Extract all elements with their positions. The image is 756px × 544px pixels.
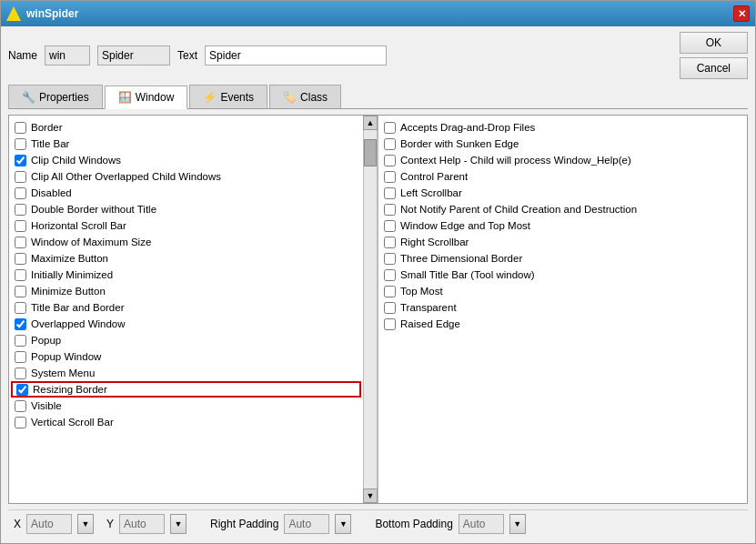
bottom-padding-label: Bottom Padding	[375, 518, 452, 530]
list-item: Clip Child Windows	[11, 152, 361, 168]
bottom-padding-dropdown-btn[interactable]: ▼	[509, 514, 526, 534]
name-input-1[interactable]	[45, 45, 90, 65]
resizing-border-checkbox[interactable]	[16, 384, 28, 396]
border-label: Border	[31, 122, 63, 133]
right-padding-input[interactable]	[284, 514, 329, 534]
app-icon	[6, 6, 21, 21]
title-border-label: Title Bar and Border	[31, 302, 124, 313]
action-buttons: OK Cancel	[680, 32, 748, 79]
clip-all-label: Clip All Other Overlapped Child Windows	[31, 171, 221, 182]
context-help-checkbox[interactable]	[384, 155, 396, 166]
raised-edge-label: Raised Edge	[400, 318, 460, 329]
clip-all-checkbox[interactable]	[15, 171, 26, 183]
scroll-down-btn[interactable]: ▼	[363, 489, 378, 503]
class-icon: 🏷️	[283, 91, 297, 104]
content-area: Name Text OK Cancel 🔧 Properties 🪟 Windo…	[1, 26, 755, 543]
double-border-checkbox[interactable]	[15, 204, 26, 216]
sunken-edge-checkbox[interactable]	[384, 138, 396, 150]
bottom-padding-input[interactable]	[459, 514, 504, 534]
right-panel: Accepts Drag-and-Drop Files Border with …	[378, 116, 747, 503]
list-item: Transparent	[380, 299, 745, 316]
popup-checkbox[interactable]	[15, 335, 26, 347]
list-item: Control Parent	[380, 168, 745, 185]
horiz-scroll-checkbox[interactable]	[15, 220, 26, 232]
top-most-checkbox[interactable]	[384, 286, 396, 297]
list-item: Accepts Drag-and-Drop Files	[380, 119, 745, 136]
title-bar: winSpider ✕	[1, 1, 755, 26]
right-padding-label: Right Padding	[210, 518, 278, 530]
x-dropdown-btn[interactable]: ▼	[77, 514, 94, 534]
header-row: Name Text OK Cancel	[8, 32, 748, 79]
tab-events[interactable]: ⚡ Events	[189, 85, 267, 108]
cancel-button[interactable]: Cancel	[680, 57, 748, 79]
left-scrollbar-checkbox[interactable]	[384, 187, 396, 199]
list-item: Right Scrollbar	[380, 234, 745, 250]
transparent-label: Transparent	[400, 302, 457, 313]
window-title: winSpider	[26, 7, 728, 20]
right-padding-dropdown-btn[interactable]: ▼	[335, 514, 351, 534]
overlapped-checkbox[interactable]	[15, 318, 26, 330]
clip-child-label: Clip Child Windows	[31, 155, 121, 166]
events-icon: ⚡	[203, 91, 217, 104]
control-parent-checkbox[interactable]	[384, 171, 396, 183]
tabs-row: 🔧 Properties 🪟 Window ⚡ Events 🏷️ Class	[8, 85, 748, 109]
list-item: Not Notify Parent of Child Creation and …	[380, 201, 745, 217]
three-d-checkbox[interactable]	[384, 253, 396, 265]
overlapped-label: Overlapped Window	[31, 318, 126, 329]
border-checkbox[interactable]	[15, 122, 26, 134]
left-scrollbar[interactable]: ▲ ▼	[363, 116, 378, 503]
right-scrollbar-label: Right Scrollbar	[400, 237, 469, 247]
close-button[interactable]: ✕	[733, 5, 750, 22]
window-max-checkbox[interactable]	[15, 237, 26, 248]
visible-checkbox[interactable]	[15, 400, 26, 412]
drag-drop-checkbox[interactable]	[384, 122, 396, 134]
text-input[interactable]	[205, 45, 387, 65]
list-item: Title Bar	[11, 136, 361, 152]
list-item: Double Border without Title	[11, 201, 361, 217]
disabled-checkbox[interactable]	[15, 187, 26, 199]
small-title-checkbox[interactable]	[384, 269, 396, 281]
name-input-2[interactable]	[97, 45, 170, 65]
system-menu-checkbox[interactable]	[15, 368, 26, 379]
maximize-label: Maximize Button	[31, 253, 108, 264]
list-item: Maximize Button	[11, 250, 361, 267]
tab-class[interactable]: 🏷️ Class	[269, 85, 341, 108]
ok-button[interactable]: OK	[680, 32, 748, 54]
not-notify-checkbox[interactable]	[384, 204, 396, 216]
initially-min-checkbox[interactable]	[15, 269, 26, 281]
popup-window-checkbox[interactable]	[15, 351, 26, 363]
window-edge-label: Window Edge and Top Most	[400, 220, 530, 231]
y-input[interactable]	[119, 514, 165, 534]
scroll-thumb[interactable]	[364, 139, 377, 166]
list-item: Initially Minimized	[11, 267, 361, 283]
sunken-edge-label: Border with Sunken Edge	[400, 138, 519, 149]
minimize-btn-checkbox[interactable]	[15, 286, 26, 297]
title-border-checkbox[interactable]	[15, 302, 26, 314]
tab-properties[interactable]: 🔧 Properties	[8, 85, 103, 108]
right-scrollbar-checkbox[interactable]	[384, 237, 396, 248]
maximize-checkbox[interactable]	[15, 253, 26, 265]
y-dropdown-btn[interactable]: ▼	[170, 514, 186, 534]
list-item: Context Help - Child will process Window…	[380, 152, 745, 168]
list-item: Top Most	[380, 283, 745, 299]
resizing-border-label: Resizing Border	[33, 384, 107, 395]
window-icon: 🪟	[118, 91, 132, 104]
right-checkbox-list: Accepts Drag-and-Drop Files Border with …	[378, 116, 747, 503]
list-item: Title Bar and Border	[11, 299, 361, 316]
window-edge-checkbox[interactable]	[384, 220, 396, 232]
x-input[interactable]	[26, 514, 72, 534]
y-label: Y	[106, 518, 114, 530]
tab-window[interactable]: 🪟 Window	[105, 86, 188, 109]
vert-scroll-label: Vertical Scroll Bar	[31, 417, 114, 428]
list-item: Overlapped Window	[11, 316, 361, 332]
vert-scroll-checkbox[interactable]	[15, 417, 26, 428]
popup-label: Popup	[31, 335, 61, 346]
title-bar-checkbox[interactable]	[15, 138, 26, 150]
popup-window-label: Popup Window	[31, 351, 101, 362]
clip-child-checkbox[interactable]	[15, 155, 26, 166]
scroll-up-btn[interactable]: ▲	[363, 116, 378, 130]
list-item: System Menu	[11, 365, 361, 381]
raised-edge-checkbox[interactable]	[384, 318, 396, 330]
transparent-checkbox[interactable]	[384, 302, 396, 314]
horiz-scroll-label: Horizontal Scroll Bar	[31, 220, 126, 231]
